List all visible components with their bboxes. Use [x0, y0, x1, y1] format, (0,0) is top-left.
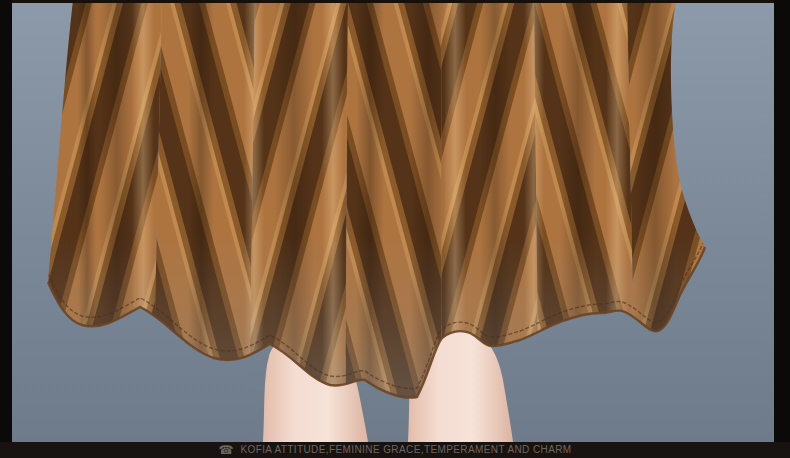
product-page-section: ☎ KOFIA ATTITUDE,FEMININE GRACE,TEMPERAM… — [0, 0, 790, 458]
sheer-hem-overlay — [12, 235, 774, 442]
caption-text: KOFIA ATTITUDE,FEMININE GRACE,TEMPERAMEN… — [240, 442, 571, 458]
product-photo — [12, 0, 774, 442]
skirt — [12, 0, 774, 442]
skirt-photo-illustration — [12, 0, 774, 442]
caption-bar: ☎ KOFIA ATTITUDE,FEMININE GRACE,TEMPERAM… — [0, 442, 790, 458]
section-top-rule — [12, 0, 774, 3]
phone-icon: ☎ — [218, 442, 233, 458]
